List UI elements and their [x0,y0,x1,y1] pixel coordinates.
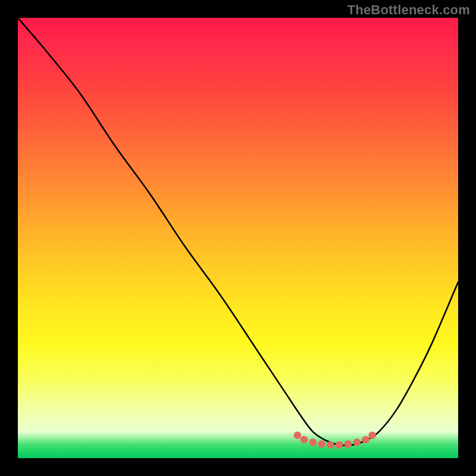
curve-dot [300,436,308,444]
plot-area [18,18,458,458]
curve-dot [327,441,334,449]
curve-dot [294,431,302,439]
bottleneck-curve [18,18,458,446]
chart-overlay [18,18,458,458]
curve-dot [353,439,361,446]
curve-dot [318,440,325,448]
curve-dot [309,439,317,446]
curve-dot [336,441,343,449]
curve-dot [362,436,369,444]
curve-dot [368,431,376,439]
chart-frame: TheBottleneck.com [0,0,476,476]
curve-dot [345,440,352,448]
watermark-text: TheBottleneck.com [347,2,470,18]
curve-dots [294,431,376,449]
